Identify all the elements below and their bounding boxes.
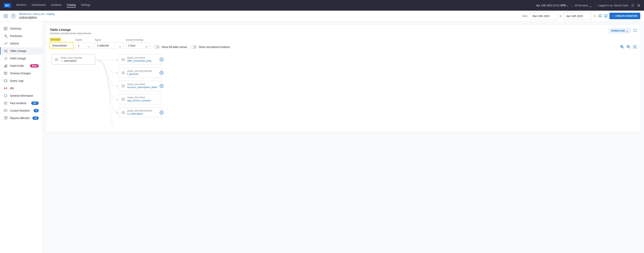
node-db: DEMO_ENV:PREP	[127, 96, 151, 99]
sidebar-item-table-lineage[interactable]: Table Lineage	[0, 47, 42, 55]
chevron-down-icon	[626, 30, 628, 31]
bell-alert-icon[interactable]	[598, 14, 602, 18]
expand-node-button[interactable]: +	[160, 111, 164, 114]
filter-label-direction: Direction	[50, 38, 61, 41]
nav-catalog[interactable]: Catalog	[67, 3, 76, 7]
logo[interactable]: MC	[4, 3, 11, 8]
nav-monitors[interactable]: Monitors	[16, 3, 26, 7]
expand-node-button[interactable]: +	[160, 84, 164, 88]
lineage-icon	[4, 49, 8, 53]
sidebar-item-schema-changes[interactable]: Schema Changes	[0, 70, 42, 77]
toggle-normalized[interactable]	[190, 45, 197, 49]
beta-badge: Beta	[30, 64, 39, 67]
sidebar-item-label: dbt	[10, 87, 14, 90]
svg-point-6	[4, 50, 5, 51]
expand-icon[interactable]	[633, 29, 637, 33]
sidebar-item-summary[interactable]: Summary	[0, 25, 42, 32]
monitor-icon	[4, 109, 8, 112]
date-label: Date:	[522, 14, 528, 17]
node-name: opp_invoice_compare	[127, 99, 151, 102]
nav-incidents[interactable]: Incidents	[51, 3, 62, 7]
top-nav: Monitors Dashboards Incidents Catalog Se…	[16, 3, 90, 7]
overlay-select[interactable]: 1 hour	[126, 42, 150, 49]
table-icon	[122, 84, 125, 88]
list-icon	[4, 56, 8, 60]
sidebar-item-general-info[interactable]: General Information	[0, 92, 42, 99]
sidebar-item-field-lineage[interactable]: Field Lineage	[0, 55, 42, 62]
sparkles-icon	[4, 34, 8, 38]
bar-icon	[4, 64, 8, 68]
svg-rect-24	[122, 98, 124, 100]
zoom-in-icon[interactable]	[620, 45, 624, 49]
recenter-icon[interactable]	[633, 45, 637, 49]
nav-dashboards[interactable]: Dashboards	[32, 3, 46, 7]
node-name: d_subscription	[127, 112, 152, 115]
grid-icon	[4, 27, 8, 30]
chevron-down-icon	[146, 45, 148, 46]
toggle-label: Show normalized incidents	[199, 45, 230, 48]
lineage-graph[interactable]: DEMO_ENV:STAGING ★subscription DEMO_ENV:…	[50, 54, 637, 129]
date-from-input[interactable]: Mar 24th 2023	[530, 12, 558, 19]
nav-settings[interactable]: Settings	[81, 3, 90, 7]
crumb-warehouse[interactable]: Warehouse	[19, 12, 32, 15]
create-monitor-button[interactable]: +CREATE MONITOR	[610, 13, 640, 19]
divider	[571, 3, 572, 7]
lineage-node[interactable]: DEMO_ENV:PREPaccount_subscription_detail…	[118, 81, 162, 91]
toggle-full-names[interactable]	[153, 45, 160, 49]
expand-node-button[interactable]: +	[160, 71, 164, 75]
external-icon[interactable]	[637, 4, 640, 7]
svg-rect-5	[6, 29, 7, 30]
sidebar-item-label: Freshness	[10, 34, 22, 37]
types-select[interactable]: 1 selected	[94, 42, 124, 49]
crumb-demo-env[interactable]: demo_env	[34, 12, 45, 15]
plus-icon: +	[612, 14, 614, 17]
chevron-down-icon	[119, 45, 121, 46]
sidebar-item-label: Query Logs	[10, 79, 24, 82]
sidebar-item-freshness[interactable]: Freshness	[0, 32, 42, 40]
lineage-node[interactable]: DEMO_ENV:REPORTINGd_subscription +	[118, 107, 162, 118]
lineage-node[interactable]: DEMO_ENV:PREPoffer_conversion_prep +	[118, 54, 162, 64]
table-icon	[122, 111, 125, 114]
bell-icon[interactable]	[631, 4, 634, 7]
schema-icon	[4, 71, 8, 75]
date-to-input[interactable]: Apr 14th 2023	[564, 12, 592, 19]
node-db: DEMO_ENV:PREP	[127, 57, 151, 59]
incident-icon	[4, 101, 8, 105]
crumb-staging[interactable]: staging	[47, 12, 54, 15]
sidebar: Summary Freshness Volume Table Lineage F…	[0, 21, 42, 253]
table-icon	[122, 98, 125, 101]
sidebar-item-query-logs[interactable]: Query Logs	[0, 77, 42, 84]
sidebar-item-label: Reports Affected	[10, 117, 29, 120]
filter-label-types: Types	[94, 38, 124, 41]
sidebar-item-field-profile[interactable]: Field ProfileBeta	[0, 62, 42, 70]
sidebar-item-custom-monitors[interactable]: Custom Monitors8	[0, 107, 42, 114]
sidebar-item-volume[interactable]: Volume	[0, 40, 42, 47]
expand-node-button[interactable]: +	[160, 58, 164, 61]
dbt-icon	[4, 86, 8, 90]
menu-icon[interactable]	[4, 14, 8, 17]
lineage-node[interactable]: DEMO_ENV:REPORTINGf_discount +	[118, 67, 162, 78]
lineage-node-root[interactable]: DEMO_ENV:STAGING ★subscription	[52, 54, 95, 64]
domain-dropdown[interactable]: All domains	[574, 4, 591, 7]
direction-select[interactable]: Downstream	[50, 42, 73, 49]
star-icon[interactable]: ★	[594, 14, 596, 18]
download-button[interactable]: DOWNLOAD	[609, 28, 631, 33]
sidebar-item-label: Volume	[10, 42, 19, 45]
sidebar-item-label: Field Lineage	[10, 57, 26, 60]
node-db: DEMO_ENV:STAGING	[60, 57, 82, 59]
sidebar-item-dbt[interactable]: dbt	[0, 84, 42, 92]
sidebar-item-label: Past Incidents	[10, 102, 26, 105]
monitor-icon[interactable]	[604, 14, 608, 18]
lineage-node[interactable]: DEMO_ENV:PREPopp_invoice_compare	[118, 94, 162, 104]
svg-rect-12	[4, 72, 7, 75]
zoom-out-icon[interactable]	[627, 45, 630, 49]
depth-select[interactable]: 1	[76, 42, 92, 49]
sidebar-item-past-incidents[interactable]: Past Incidents10+	[0, 99, 42, 107]
sidebar-item-reports-affected[interactable]: Reports Affected15	[0, 114, 42, 122]
date-to-label: to	[560, 14, 562, 17]
sidebar-item-label: Schema Changes	[10, 72, 31, 75]
current-time[interactable]: Apr 14th 2023 22:21 UTC	[536, 4, 568, 7]
svg-point-7	[6, 50, 7, 50]
node-name: ★subscription	[60, 59, 82, 62]
panel-title: Table Lineage	[50, 28, 91, 32]
